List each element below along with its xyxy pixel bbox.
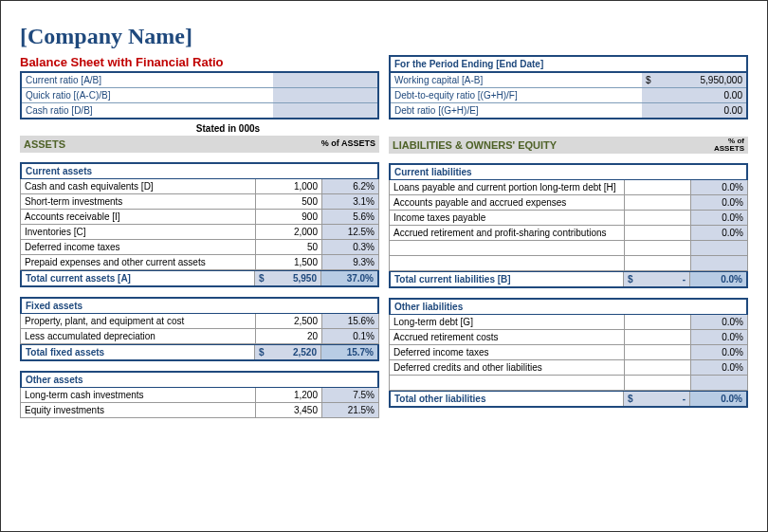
row-label: Inventories [C]: [21, 225, 255, 239]
row-pct: 0.0%: [690, 226, 747, 240]
row-value: 3,450: [255, 403, 321, 417]
row-value: [624, 330, 690, 344]
row-pct: 21.5%: [321, 403, 378, 417]
ratio-value: [273, 73, 377, 87]
row-pct: 0.0%: [690, 345, 747, 359]
total-pct: 15.7%: [320, 345, 377, 359]
ratio-label: Current ratio [A/B]: [22, 73, 273, 87]
total-label: Total other liabilities: [391, 392, 623, 406]
total-label: Total current assets [A]: [22, 271, 254, 285]
table-row: Accrued retirement and profit-sharing co…: [389, 226, 748, 241]
row-label: Deferred income taxes: [390, 345, 624, 359]
total-value: $-: [623, 272, 689, 286]
row-pct: 0.1%: [321, 329, 378, 343]
liab-header: LIABILITIES & OWNERS' EQUITY: [389, 137, 682, 154]
other-liab-head: Other liabilities: [389, 298, 748, 315]
total-label: Total current liabilities [B]: [391, 272, 623, 286]
total-row: Total other liabilities$-0.0%: [389, 391, 748, 408]
ratio-value: [273, 103, 377, 118]
spacer-row: [389, 256, 748, 271]
table-row: Accrued retirement costs0.0%: [389, 330, 748, 345]
row-label: Deferred credits and other liabilities: [390, 360, 624, 375]
total-pct: 37.0%: [320, 271, 377, 285]
row-value: [624, 180, 690, 194]
row-label: Less accumulated depreciation: [21, 329, 255, 343]
other-assets-head: Other assets: [20, 371, 379, 388]
row-value: [624, 345, 690, 359]
row-value: 500: [255, 194, 321, 209]
table-row: Equity investments3,45021.5%: [20, 403, 379, 418]
table-row: Short-term investments5003.1%: [20, 194, 379, 210]
current-liab-head: Current liabilities: [389, 163, 748, 180]
row-label: Income taxes payable: [390, 211, 624, 225]
row-value: 1,500: [255, 255, 321, 269]
row-label: Property, plant, and equipment at cost: [21, 314, 255, 328]
row-label: Accrued retirement costs: [390, 330, 624, 344]
table-row: Long-term cash investments1,2007.5%: [20, 388, 379, 403]
row-label: Long-term cash investments: [21, 388, 255, 402]
table-row: Accounts receivable [I]9005.6%: [20, 210, 379, 225]
liab-header-row: LIABILITIES & OWNERS' EQUITY % ofASSETS: [389, 137, 748, 154]
row-value: 20: [255, 329, 321, 343]
spacer-row: [389, 241, 748, 256]
ratio-row: Quick ratio [(A-C)/B]: [22, 88, 377, 103]
row-label: Loans payable and current portion long-t…: [390, 180, 624, 194]
row-pct: 0.0%: [690, 360, 747, 375]
table-row: Deferred credits and other liabilities0.…: [389, 360, 748, 376]
table-row: Income taxes payable0.0%: [389, 211, 748, 226]
row-value: 1,200: [255, 388, 321, 402]
ratio-label: Quick ratio [(A-C)/B]: [22, 88, 273, 102]
table-row: Deferred income taxes500.3%: [20, 240, 379, 255]
stated-in-000s: Stated in 000s: [20, 119, 379, 136]
total-value: $2,520: [254, 345, 320, 359]
ratio-label: Cash ratio [D/B]: [22, 103, 273, 118]
row-pct: 9.3%: [321, 255, 378, 269]
ratio-label: Debt-to-equity ratio [(G+H)/F]: [391, 88, 642, 102]
ratio-value: 0.00: [642, 88, 746, 102]
total-pct: 0.0%: [689, 392, 746, 406]
ratio-value: $5,950,000: [642, 73, 746, 87]
row-value: [624, 360, 690, 375]
total-row: Total fixed assets$2,52015.7%: [20, 344, 379, 361]
row-pct: 12.5%: [321, 225, 378, 239]
row-label: Long-term debt [G]: [390, 315, 624, 329]
row-pct: 0.0%: [690, 180, 747, 194]
pct-assets-header-right: % ofASSETS: [682, 137, 748, 154]
ratio-value: 0.00: [642, 103, 746, 118]
ratio-label: Working capital [A-B]: [391, 73, 642, 87]
row-value: [624, 195, 690, 210]
row-value: [624, 211, 690, 225]
left-column: Balance Sheet with Financial Ratio Curre…: [20, 55, 379, 418]
table-row: Inventories [C]2,00012.5%: [20, 225, 379, 240]
row-label: Accounts receivable [I]: [21, 210, 255, 224]
row-value: 50: [255, 240, 321, 254]
assets-header: ASSETS: [20, 136, 313, 153]
ratio-row: Debt-to-equity ratio [(G+H)/F]0.00: [391, 88, 746, 103]
table-row: Cash and cash equivalents [D]1,0006.2%: [20, 179, 379, 194]
spacer-row: [389, 376, 748, 391]
total-row: Total current assets [A]$5,95037.0%: [20, 270, 379, 287]
table-row: Property, plant, and equipment at cost2,…: [20, 314, 379, 329]
row-pct: 15.6%: [321, 314, 378, 328]
ratio-row: Cash ratio [D/B]: [22, 103, 377, 118]
fixed-assets-head: Fixed assets: [20, 297, 379, 314]
row-label: Accrued retirement and profit-sharing co…: [390, 226, 624, 240]
balance-sheet-page: [Company Name] Balance Sheet with Financ…: [0, 0, 768, 532]
row-pct: 0.0%: [690, 195, 747, 210]
assets-header-row: ASSETS % of ASSETS: [20, 136, 379, 153]
pct-assets-header: % of ASSETS: [313, 136, 379, 153]
row-pct: 6.2%: [321, 179, 378, 193]
table-row: Prepaid expenses and other current asset…: [20, 255, 379, 270]
period-ending: For the Period Ending [End Date]: [389, 55, 748, 71]
ratio-value: [273, 88, 377, 102]
row-label: Deferred income taxes: [21, 240, 255, 254]
table-row: Deferred income taxes0.0%: [389, 345, 748, 360]
right-column: For the Period Ending [End Date] Working…: [389, 55, 748, 418]
row-value: 2,500: [255, 314, 321, 328]
row-pct: 3.1%: [321, 194, 378, 209]
subtitle: Balance Sheet with Financial Ratio: [20, 55, 379, 69]
row-value: 900: [255, 210, 321, 224]
ratio-row: Current ratio [A/B]: [22, 73, 377, 88]
table-row: Accounts payable and accrued expenses0.0…: [389, 195, 748, 211]
left-ratios-box: Current ratio [A/B]Quick ratio [(A-C)/B]…: [20, 71, 379, 119]
